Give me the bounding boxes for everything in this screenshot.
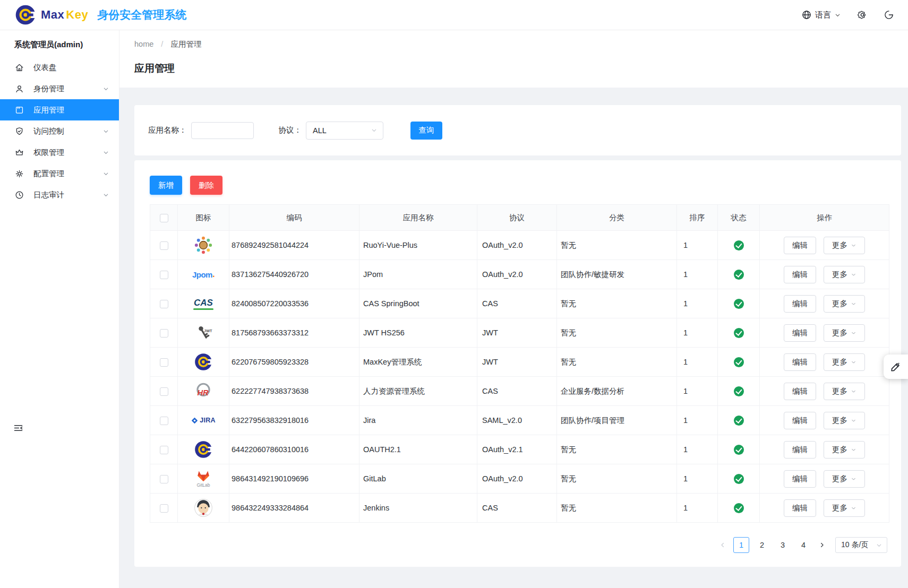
page-size-select[interactable]: 10 条/页	[835, 537, 887, 553]
prev-page-button[interactable]	[717, 541, 729, 549]
page-button-1[interactable]: 1	[733, 537, 749, 553]
row-actions: 编辑 更多	[760, 494, 889, 523]
app-status-cell	[718, 231, 760, 260]
edit-button[interactable]: 编辑	[784, 324, 816, 342]
search-button[interactable]: 查询	[410, 122, 442, 140]
app-code: 986432249333284864	[229, 494, 359, 523]
app-name: Jira	[359, 406, 477, 435]
sidebar-item-access[interactable]: 访问控制	[0, 120, 119, 142]
app-status-cell	[718, 348, 760, 377]
more-button[interactable]: 更多	[824, 441, 865, 459]
more-button[interactable]: 更多	[824, 266, 865, 283]
app-icon-jpom: Jpom.	[193, 264, 214, 285]
row-checkbox[interactable]	[160, 387, 168, 396]
page-button-2[interactable]: 2	[754, 537, 770, 553]
column-header: 协议	[477, 205, 557, 231]
app-category: 暂无	[557, 318, 677, 348]
more-button[interactable]: 更多	[824, 295, 865, 313]
status-enabled-icon	[734, 240, 744, 250]
row-checkbox[interactable]	[160, 300, 168, 308]
status-enabled-icon	[734, 299, 744, 309]
svg-text:HR: HR	[197, 388, 209, 397]
edit-button[interactable]: 编辑	[784, 441, 816, 459]
sidebar-item-permission[interactable]: 权限管理	[0, 142, 119, 163]
row-checkbox[interactable]	[160, 417, 168, 425]
app-sort: 1	[677, 289, 718, 318]
more-button[interactable]: 更多	[824, 383, 865, 400]
more-button[interactable]: 更多	[824, 470, 865, 488]
row-checkbox[interactable]	[160, 358, 168, 367]
add-button[interactable]: 新增	[150, 176, 182, 195]
page-button-3[interactable]: 3	[775, 537, 791, 553]
column-header: 排序	[677, 205, 718, 231]
more-button[interactable]: 更多	[824, 324, 865, 342]
language-label: 语言	[815, 10, 831, 20]
app-icon-hr: HR	[193, 381, 214, 402]
app-category: 企业服务/数据分析	[557, 377, 677, 406]
row-select-cell	[150, 435, 178, 464]
chevron-down-icon	[834, 12, 841, 19]
app-protocol: CAS	[477, 494, 557, 523]
maxkey-logo-icon	[14, 3, 37, 27]
delete-button[interactable]: 删除	[190, 176, 222, 195]
page-button-4[interactable]: 4	[795, 537, 811, 553]
edit-button[interactable]: 编辑	[784, 353, 816, 371]
status-enabled-icon	[734, 386, 744, 396]
floating-screenshot-tool-button[interactable]	[884, 354, 908, 379]
app-code: 632279563832918016	[229, 406, 359, 435]
chevron-down-icon	[102, 170, 109, 177]
language-menu[interactable]: 语言	[801, 10, 841, 20]
app-category: 暂无	[557, 289, 677, 318]
row-actions: 编辑 更多	[760, 318, 889, 348]
app-name: JPom	[359, 260, 477, 289]
logout-icon[interactable]	[884, 10, 894, 20]
row-actions: 编辑 更多	[760, 435, 889, 464]
edit-button[interactable]: 编辑	[784, 412, 816, 429]
table-row: HR 622227747938373638 人力资源管理系统 CAS 企业服务/…	[150, 377, 889, 406]
row-checkbox[interactable]	[160, 504, 168, 513]
protocol-select[interactable]: ALL	[306, 122, 383, 140]
sidebar-item-apps[interactable]: 应用管理	[0, 99, 119, 120]
chevron-down-icon	[102, 149, 109, 156]
next-page-button[interactable]	[816, 541, 828, 549]
more-button[interactable]: 更多	[824, 353, 865, 371]
edit-button[interactable]: 编辑	[784, 266, 816, 283]
row-checkbox[interactable]	[160, 475, 168, 483]
edit-button[interactable]: 编辑	[784, 383, 816, 400]
breadcrumb-home-link[interactable]: home	[134, 40, 153, 48]
brand-name-secondary: Key	[66, 8, 88, 22]
row-checkbox[interactable]	[160, 271, 168, 279]
svg-text:JWT: JWT	[204, 328, 212, 333]
select-all-checkbox[interactable]	[160, 214, 168, 222]
sidebar-item-config[interactable]: 配置管理	[0, 163, 119, 184]
chevron-down-icon	[102, 128, 109, 135]
row-select-cell	[150, 231, 178, 260]
edit-button[interactable]: 编辑	[784, 499, 816, 517]
row-checkbox[interactable]	[160, 241, 168, 250]
more-button[interactable]: 更多	[824, 499, 865, 517]
sidebar-item-label: 应用管理	[33, 105, 64, 115]
row-checkbox[interactable]	[160, 329, 168, 338]
breadcrumb-current: 应用管理	[170, 40, 201, 48]
app-name: Jenkins	[359, 494, 477, 523]
collapse-sidebar-button[interactable]	[13, 422, 24, 434]
column-header: 状态	[718, 205, 760, 231]
pagination: 1234 10 条/页	[150, 537, 889, 553]
app-name: JWT HS256	[359, 318, 477, 348]
app-icon-cell: HR	[178, 377, 229, 406]
row-checkbox[interactable]	[160, 446, 168, 454]
edit-button[interactable]: 编辑	[784, 237, 816, 254]
protocol-label: 协议：	[279, 125, 302, 135]
settings-gear-icon[interactable]	[857, 10, 868, 20]
edit-button[interactable]: 编辑	[784, 470, 816, 488]
row-actions: 编辑 更多	[760, 231, 889, 260]
more-button[interactable]: 更多	[824, 412, 865, 429]
app-protocol: CAS	[477, 377, 557, 406]
row-actions: 编辑 更多	[760, 260, 889, 289]
sidebar-item-dashboard[interactable]: 仪表盘	[0, 57, 119, 78]
edit-button[interactable]: 编辑	[784, 295, 816, 313]
more-button[interactable]: 更多	[824, 237, 865, 254]
sidebar-item-identity[interactable]: 身份管理	[0, 78, 119, 99]
app-name-input[interactable]	[191, 122, 254, 139]
sidebar-item-audit[interactable]: 日志审计	[0, 184, 119, 205]
